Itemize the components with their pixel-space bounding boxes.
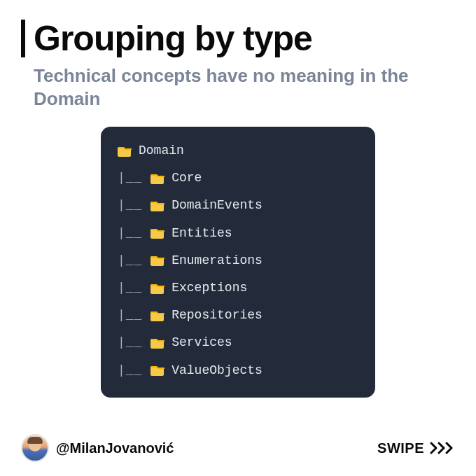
tree-root: Domain — [118, 142, 358, 160]
tree-child: |__ Services — [118, 334, 358, 351]
tree-prefix: |__ — [118, 225, 150, 242]
author-handle: @MilanJovanović — [56, 440, 174, 456]
swipe-label: SWIPE — [377, 440, 424, 456]
tree-prefix: |__ — [118, 279, 150, 297]
page-subtitle: Technical concepts have no meaning in th… — [34, 64, 426, 110]
tree-child: |__ Core — [118, 169, 358, 187]
folder-icon — [150, 227, 164, 239]
avatar — [21, 434, 49, 462]
folder-icon — [150, 173, 164, 184]
folder-icon — [150, 283, 164, 294]
tree-prefix: |__ — [118, 362, 150, 379]
tree-prefix: |__ — [118, 197, 150, 214]
tree-prefix: |__ — [118, 169, 150, 187]
tree-child: |__ Enumerations — [118, 252, 358, 270]
folder-icon — [150, 337, 164, 349]
folder-icon — [150, 200, 164, 211]
tree-child: |__ Entities — [118, 225, 358, 242]
folder-label: Entities — [172, 225, 232, 242]
folder-label: DomainEvents — [172, 197, 262, 214]
folder-label: Services — [172, 334, 232, 351]
page-title: Grouping by type — [34, 21, 312, 56]
tree-child: |__ DomainEvents — [118, 197, 358, 214]
folder-icon — [150, 255, 164, 266]
title-accent-bar — [21, 20, 25, 57]
folder-tree: Domain |__ Core |__ DomainEvents |__ Ent… — [101, 127, 375, 398]
tree-child: |__ Exceptions — [118, 279, 358, 297]
folder-icon — [150, 365, 164, 376]
folder-label: ValueObjects — [172, 362, 262, 379]
folder-label: Exceptions — [172, 279, 247, 297]
folder-label: Repositories — [172, 307, 262, 324]
tree-prefix: |__ — [118, 252, 150, 270]
tree-prefix: |__ — [118, 307, 150, 324]
folder-label: Core — [172, 169, 202, 187]
folder-icon — [150, 310, 164, 321]
folder-label: Domain — [139, 142, 184, 160]
tree-child: |__ Repositories — [118, 307, 358, 324]
tree-child: |__ ValueObjects — [118, 362, 358, 379]
folder-label: Enumerations — [172, 252, 262, 270]
author-block: @MilanJovanović — [21, 434, 174, 462]
tree-prefix: |__ — [118, 334, 150, 351]
chevrons-right-icon — [430, 442, 455, 454]
swipe-indicator: SWIPE — [377, 440, 455, 456]
folder-icon — [118, 146, 132, 157]
